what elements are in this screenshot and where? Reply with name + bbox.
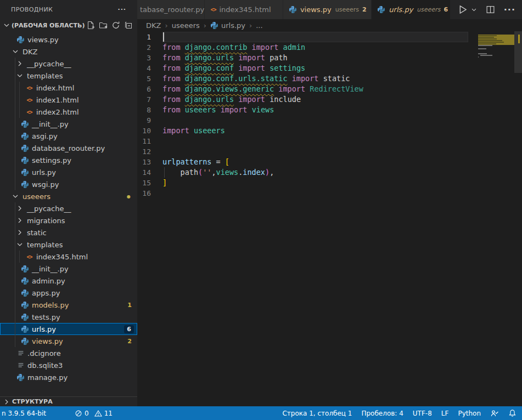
breadcrumb-item-folder[interactable]: DKZ bbox=[146, 21, 161, 30]
breadcrumb-item-file[interactable]: urls.py bbox=[221, 21, 245, 30]
refresh-icon[interactable] bbox=[111, 21, 120, 30]
workspace-section-header[interactable]: (РАБОЧАЯ ОБЛАСТЬ) ... bbox=[0, 19, 137, 31]
breadcrumb-item-package[interactable]: useeers bbox=[172, 21, 200, 30]
code-line-content[interactable]: from django.views.generic import Redirec… bbox=[162, 84, 468, 94]
code-line-content[interactable]: ] bbox=[162, 178, 468, 188]
run-icon[interactable] bbox=[457, 4, 468, 15]
chevron-down-icon[interactable] bbox=[15, 240, 24, 249]
tree-item-views-py[interactable]: views.py bbox=[0, 33, 137, 46]
code-line-content[interactable]: urlpatterns = [ bbox=[162, 157, 468, 167]
python-interpreter-item[interactable]: n 3.9.5 64-bit bbox=[2, 410, 46, 417]
code-line-content[interactable]: from useeers import views bbox=[162, 105, 468, 115]
code-line-content[interactable] bbox=[162, 136, 468, 146]
run-dropdown-icon[interactable] bbox=[471, 7, 477, 13]
split-editor-icon[interactable] bbox=[486, 5, 495, 14]
indentation-item[interactable]: Пробелов: 4 bbox=[361, 410, 403, 417]
tree-item-migrations[interactable]: migrations bbox=[0, 214, 137, 226]
tab-urls-py[interactable]: urls.pyuseeers6✕ bbox=[372, 0, 450, 19]
tree-item-index2-html[interactable]: <>index2.html bbox=[0, 106, 137, 118]
tree-item-settings-py[interactable]: settings.py bbox=[0, 154, 137, 166]
tree-item-database-roouter-py[interactable]: database_roouter.py bbox=[0, 142, 137, 154]
code-token: RedirectView bbox=[310, 84, 363, 93]
code-token: import bbox=[238, 53, 265, 62]
tree-item-pycache[interactable]: __pycache__ bbox=[0, 58, 137, 70]
eol-item[interactable]: LF bbox=[441, 410, 449, 417]
indent-guide bbox=[15, 214, 15, 226]
explorer-more-actions-icon[interactable]: ··· bbox=[117, 6, 126, 13]
code-line-content[interactable] bbox=[162, 146, 468, 157]
code-line-10: 10import useeers bbox=[137, 126, 522, 136]
tree-item-label: database_roouter.py bbox=[32, 144, 105, 152]
tab-tabase-roouter-py[interactable]: tabase_roouter.py bbox=[137, 0, 205, 19]
tree-item-templates[interactable]: templates bbox=[0, 239, 137, 251]
code-line-content[interactable]: from django.conf.urls.static import stat… bbox=[162, 73, 468, 84]
tree-item-pycache[interactable]: __pycache__ bbox=[0, 202, 137, 214]
tree-item-urls-py[interactable]: urls.py6 bbox=[0, 323, 137, 335]
tab-views-py[interactable]: views.pyuseeers2 bbox=[283, 0, 372, 19]
code-editor[interactable]: 12from django.contrib import admin3from … bbox=[137, 31, 522, 406]
new-file-icon[interactable] bbox=[86, 21, 95, 30]
tree-item-urls-py[interactable]: urls.py bbox=[0, 166, 137, 178]
code-line-content[interactable] bbox=[162, 115, 468, 126]
code-line-content[interactable]: from django.urls import path bbox=[162, 53, 468, 63]
chevron-down-icon[interactable] bbox=[11, 47, 20, 56]
tree-item-tests-py[interactable]: tests.py bbox=[0, 311, 137, 323]
chevron-right-icon[interactable] bbox=[15, 216, 24, 225]
tree-item-dcignore[interactable]: .dcignore bbox=[0, 347, 137, 359]
line-number: 13 bbox=[137, 157, 162, 167]
tab-index345-html[interactable]: <>index345.html bbox=[205, 0, 283, 19]
code-token: from bbox=[162, 105, 181, 114]
chevron-down-icon[interactable] bbox=[15, 71, 24, 80]
tree-item-dkz[interactable]: DKZ bbox=[0, 46, 137, 58]
tree-item-static[interactable]: static bbox=[0, 226, 137, 239]
tree-item-wsgi-py[interactable]: wsgi.py bbox=[0, 178, 137, 190]
encoding-item[interactable]: UTF-8 bbox=[413, 410, 432, 417]
tree-item-views-py[interactable]: views.py2 bbox=[0, 335, 137, 347]
scrollbar[interactable] bbox=[514, 31, 522, 73]
tree-item-db-sqlite3[interactable]: db.sqlite3 bbox=[0, 359, 137, 371]
minimap[interactable] bbox=[478, 32, 514, 104]
code-line-content[interactable]: import useeers bbox=[162, 126, 468, 136]
tree-item-init-py[interactable]: __init__.py bbox=[0, 263, 137, 275]
chevron-right-icon[interactable] bbox=[2, 398, 11, 406]
code-line-content[interactable] bbox=[162, 188, 468, 198]
tree-item-models-py[interactable]: models.py1 bbox=[0, 299, 137, 311]
code-token bbox=[162, 168, 181, 177]
chevron-right-icon[interactable] bbox=[15, 228, 24, 237]
tree-item-apps-py[interactable]: apps.py bbox=[0, 287, 137, 299]
chevron-down-icon[interactable] bbox=[2, 21, 11, 30]
tree-item-manage-py[interactable]: manage.py bbox=[0, 371, 137, 383]
minimap-line bbox=[478, 37, 494, 38]
outline-section-header[interactable]: СТРУКТУРА bbox=[0, 396, 137, 406]
code-line-4: 4from django.conf import settings bbox=[137, 63, 522, 73]
chevron-down-icon[interactable] bbox=[11, 192, 20, 201]
code-line-content[interactable] bbox=[162, 32, 468, 42]
tree-item-index1-html[interactable]: <>index1.html bbox=[0, 94, 137, 106]
tree-item-useeers[interactable]: useeers● bbox=[0, 190, 137, 202]
new-folder-icon[interactable] bbox=[99, 21, 108, 30]
tree-item-init-py[interactable]: __init__.py bbox=[0, 118, 137, 130]
chevron-right-icon[interactable] bbox=[15, 204, 24, 213]
code-line-content[interactable]: path('',views.index), bbox=[162, 167, 468, 178]
feedback-icon[interactable] bbox=[490, 409, 499, 418]
problems-item[interactable]: 0 11 bbox=[75, 410, 116, 417]
code-token: django.urls bbox=[185, 95, 234, 104]
tree-item-index-html[interactable]: <>index.html bbox=[0, 82, 137, 94]
code-line-content[interactable]: from django.contrib import admin bbox=[162, 42, 468, 53]
tree-item-asgi-py[interactable]: asgi.py bbox=[0, 130, 137, 142]
tree-item-index345-html[interactable]: <>index345.html bbox=[0, 251, 137, 263]
breadcrumb-item-symbol[interactable]: ... bbox=[256, 21, 262, 30]
tree-item-admin-py[interactable]: admin.py bbox=[0, 275, 137, 287]
collapse-all-icon[interactable] bbox=[124, 21, 133, 30]
language-mode-item[interactable]: Python bbox=[458, 410, 481, 417]
cursor-position-item[interactable]: Строка 1, столбец 1 bbox=[282, 410, 352, 417]
editor-group: tabase_roouter.py<>index345.htmlviews.py… bbox=[137, 0, 522, 406]
chevron-right-icon[interactable] bbox=[15, 59, 24, 68]
code-line-content[interactable]: from django.urls import include bbox=[162, 94, 468, 105]
more-actions-icon[interactable]: ··· bbox=[504, 4, 515, 15]
line-number: 14 bbox=[137, 167, 162, 178]
code-line-content[interactable]: from django.conf import settings bbox=[162, 63, 468, 73]
bell-icon[interactable] bbox=[508, 409, 517, 417]
tree-item-templates[interactable]: templates bbox=[0, 70, 137, 82]
tree-item-label: __pycache__ bbox=[27, 205, 71, 213]
